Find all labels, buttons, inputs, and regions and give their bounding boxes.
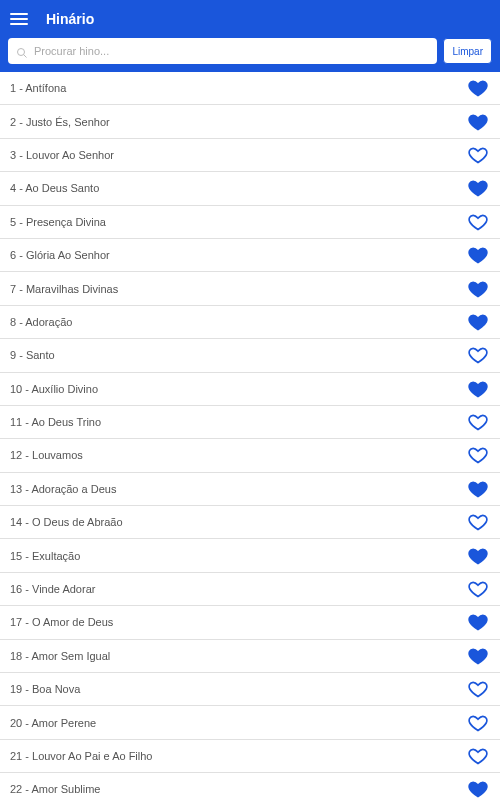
hymn-label: 5 - Presença Divina [10, 216, 106, 228]
hymn-row[interactable]: 19 - Boa Nova [0, 673, 500, 706]
hymn-row[interactable]: 16 - Vinde Adorar [0, 573, 500, 606]
hymn-row[interactable]: 7 - Maravilhas Divinas [0, 272, 500, 305]
clear-button[interactable]: Limpar [443, 38, 492, 64]
hymn-row[interactable]: 14 - O Deus de Abraão [0, 506, 500, 539]
hymn-row[interactable]: 5 - Presença Divina [0, 206, 500, 239]
hymn-row[interactable]: 3 - Louvor Ao Senhor [0, 139, 500, 172]
heart-filled-icon[interactable] [468, 379, 488, 399]
heart-filled-icon[interactable] [468, 479, 488, 499]
hymn-row[interactable]: 22 - Amor Sublime [0, 773, 500, 800]
heart-filled-icon[interactable] [468, 312, 488, 332]
heart-filled-icon[interactable] [468, 178, 488, 198]
app-header: Hinário [0, 0, 500, 38]
search-wrap [8, 38, 437, 64]
hymn-row[interactable]: 15 - Exultação [0, 539, 500, 572]
hymn-label: 19 - Boa Nova [10, 683, 80, 695]
hymn-label: 1 - Antífona [10, 82, 66, 94]
svg-point-0 [18, 49, 25, 56]
page-title: Hinário [46, 11, 94, 27]
heart-filled-icon[interactable] [468, 279, 488, 299]
hymn-label: 13 - Adoração a Deus [10, 483, 116, 495]
hymn-label: 17 - O Amor de Deus [10, 616, 113, 628]
hymn-label: 20 - Amor Perene [10, 717, 96, 729]
hymn-label: 16 - Vinde Adorar [10, 583, 95, 595]
hymn-label: 6 - Glória Ao Senhor [10, 249, 110, 261]
hymn-row[interactable]: 4 - Ao Deus Santo [0, 172, 500, 205]
hymn-label: 10 - Auxílio Divino [10, 383, 98, 395]
heart-outline-icon[interactable] [468, 746, 488, 766]
hymn-row[interactable]: 2 - Justo És, Senhor [0, 105, 500, 138]
hymn-list[interactable]: 1 - Antífona2 - Justo És, Senhor3 - Louv… [0, 72, 500, 800]
search-input[interactable] [8, 38, 437, 64]
heart-outline-icon[interactable] [468, 145, 488, 165]
heart-filled-icon[interactable] [468, 245, 488, 265]
hymn-label: 3 - Louvor Ao Senhor [10, 149, 114, 161]
hymn-row[interactable]: 18 - Amor Sem Igual [0, 640, 500, 673]
search-icon [16, 45, 28, 57]
hymn-row[interactable]: 12 - Louvamos [0, 439, 500, 472]
hymn-label: 11 - Ao Deus Trino [10, 416, 101, 428]
hymn-row[interactable]: 10 - Auxílio Divino [0, 373, 500, 406]
heart-outline-icon[interactable] [468, 679, 488, 699]
hymn-label: 18 - Amor Sem Igual [10, 650, 110, 662]
heart-outline-icon[interactable] [468, 412, 488, 432]
heart-filled-icon[interactable] [468, 779, 488, 799]
hymn-row[interactable]: 8 - Adoração [0, 306, 500, 339]
hymn-label: 9 - Santo [10, 349, 55, 361]
heart-filled-icon[interactable] [468, 646, 488, 666]
hymn-label: 12 - Louvamos [10, 449, 83, 461]
hymn-row[interactable]: 9 - Santo [0, 339, 500, 372]
heart-outline-icon[interactable] [468, 579, 488, 599]
hymn-row[interactable]: 6 - Glória Ao Senhor [0, 239, 500, 272]
hymn-label: 21 - Louvor Ao Pai e Ao Filho [10, 750, 152, 762]
hymn-label: 14 - O Deus de Abraão [10, 516, 123, 528]
heart-outline-icon[interactable] [468, 713, 488, 733]
hymn-row[interactable]: 13 - Adoração a Deus [0, 473, 500, 506]
hymn-label: 4 - Ao Deus Santo [10, 182, 99, 194]
hymn-label: 8 - Adoração [10, 316, 72, 328]
heart-filled-icon[interactable] [468, 78, 488, 98]
hymn-row[interactable]: 21 - Louvor Ao Pai e Ao Filho [0, 740, 500, 773]
hymn-label: 15 - Exultação [10, 550, 80, 562]
hymn-row[interactable]: 20 - Amor Perene [0, 706, 500, 739]
hymn-row[interactable]: 1 - Antífona [0, 72, 500, 105]
app-root: Hinário Limpar 1 - Antífona2 - Justo És,… [0, 0, 500, 800]
heart-outline-icon[interactable] [468, 212, 488, 232]
heart-filled-icon[interactable] [468, 612, 488, 632]
hymn-row[interactable]: 11 - Ao Deus Trino [0, 406, 500, 439]
svg-line-1 [24, 55, 27, 58]
menu-icon[interactable] [10, 8, 32, 30]
hymn-label: 7 - Maravilhas Divinas [10, 283, 118, 295]
heart-outline-icon[interactable] [468, 512, 488, 532]
hymn-label: 2 - Justo És, Senhor [10, 116, 110, 128]
heart-outline-icon[interactable] [468, 445, 488, 465]
hymn-label: 22 - Amor Sublime [10, 783, 100, 795]
search-bar: Limpar [0, 38, 500, 72]
heart-outline-icon[interactable] [468, 345, 488, 365]
heart-filled-icon[interactable] [468, 546, 488, 566]
hymn-row[interactable]: 17 - O Amor de Deus [0, 606, 500, 639]
heart-filled-icon[interactable] [468, 112, 488, 132]
